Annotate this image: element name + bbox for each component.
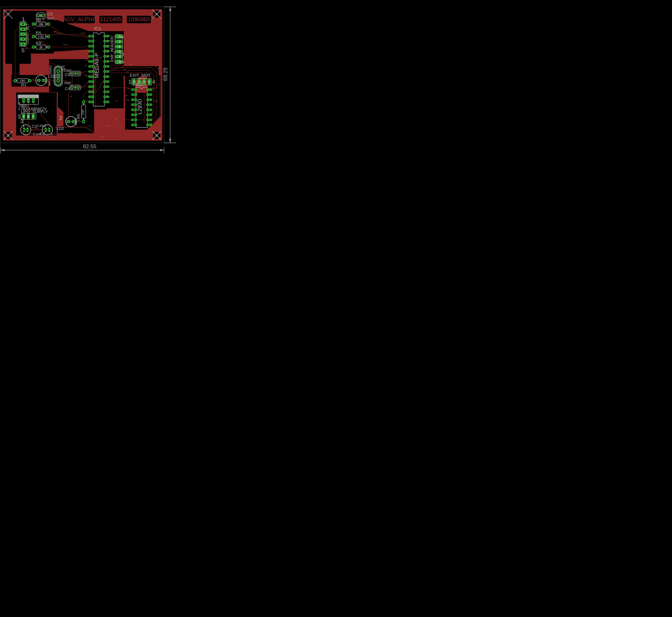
- mounting-hole-top-left: [4, 10, 13, 19]
- svg-text:1: 1: [78, 73, 78, 74]
- cny-marker-2: 2: [119, 52, 125, 55]
- net-label: GND: [33, 27, 36, 28]
- svg-text:IN: IN: [23, 99, 24, 101]
- svg-text:A: A: [38, 79, 39, 81]
- net-label: VCC: [94, 68, 96, 69]
- svg-text:4: 4: [23, 38, 23, 40]
- svg-text:3: 3: [134, 99, 135, 101]
- svg-text:25: 25: [105, 50, 107, 52]
- svg-text:6: 6: [91, 60, 92, 62]
- board-height-value: 68.25: [162, 67, 168, 81]
- net-label: INT2: [106, 125, 109, 127]
- svg-text:13: 13: [90, 96, 92, 98]
- c4-value: 20pF: [64, 81, 71, 85]
- mounting-hole-bottom-left: [4, 131, 13, 140]
- net-label: RST: [43, 18, 44, 20]
- r2-ref: R2: [36, 18, 41, 22]
- net-label: CNY2_PC2: [107, 50, 113, 51]
- svg-text:24: 24: [105, 55, 107, 57]
- svg-text:3: 3: [144, 81, 145, 83]
- c1-plus: +: [22, 124, 25, 128]
- svg-text:6: 6: [134, 114, 135, 116]
- board-number-1: 1121405: [100, 16, 122, 22]
- ic2-value: L293D: [137, 98, 143, 115]
- dimension-height: 68.25: [162, 7, 176, 143]
- svg-text:1: 1: [23, 116, 24, 117]
- c5-value: 20pF: [64, 68, 71, 72]
- net-label: MOT4: [152, 87, 155, 89]
- net-label: N$8: [78, 120, 80, 121]
- usart-marker-1: 1: [22, 16, 25, 22]
- svg-text:3: 3: [33, 116, 33, 117]
- svg-text:15: 15: [105, 101, 107, 103]
- svg-text:2: 2: [48, 36, 49, 37]
- exit-ref: EXIT_MOT: [130, 73, 151, 78]
- svg-text:11: 11: [90, 86, 92, 88]
- svg-text:5: 5: [91, 55, 92, 57]
- svg-text:16: 16: [105, 96, 107, 98]
- net-label: TXD_BLT: [80, 32, 85, 34]
- svg-text:8: 8: [91, 70, 92, 72]
- net-label: CNY5_PC5: [107, 35, 113, 36]
- exit-marker-4: 4: [152, 79, 155, 85]
- svg-text:5: 5: [23, 43, 23, 45]
- cny-marker-6: 6: [119, 36, 125, 39]
- ic2-ref: IC2: [136, 82, 143, 87]
- svg-text:14: 14: [148, 99, 150, 101]
- net-label: EN34: [155, 100, 158, 102]
- svg-text:2: 2: [48, 46, 49, 48]
- ic1-ref: IC1: [94, 26, 101, 31]
- c3-value: 10nF: [47, 17, 55, 20]
- svg-text:1: 1: [33, 46, 34, 48]
- net-label: GND: [35, 128, 38, 129]
- net-label: GND: [150, 113, 153, 115]
- r4-ref: R4: [36, 30, 41, 35]
- svg-text:1: 1: [29, 80, 30, 81]
- net-label: MOT2: [127, 99, 130, 101]
- q1-value: 16Mhz: [48, 65, 52, 75]
- arrow-down-icon: [169, 139, 171, 143]
- net-label: VCC: [58, 125, 60, 127]
- c4-ref: C4: [65, 86, 70, 91]
- svg-text:12: 12: [148, 109, 150, 111]
- svg-text:5: 5: [134, 109, 135, 111]
- svg-text:8: 8: [134, 124, 135, 126]
- svg-text:2: 2: [134, 94, 135, 96]
- svg-text:3: 3: [91, 45, 92, 47]
- net-label: GND: [25, 48, 27, 49]
- svg-text:A: A: [73, 121, 74, 123]
- net-label: EN34: [99, 57, 102, 58]
- isolation-region: [54, 32, 94, 52]
- svg-text:1: 1: [91, 35, 92, 37]
- r5-value: 220: [81, 110, 84, 115]
- title-blocks: AGV_ALPHA 1121405 1090960: [63, 16, 151, 23]
- net-label: INT4: [85, 65, 87, 66]
- svg-text:K: K: [68, 121, 69, 123]
- net-label: GND: [86, 59, 88, 61]
- net-label: GND: [28, 105, 29, 108]
- c2-plus: +: [51, 132, 53, 137]
- net-label: BLINK: [84, 100, 88, 101]
- net-label: GND: [70, 96, 72, 97]
- net-label: VS: [40, 132, 42, 134]
- svg-text:17: 17: [105, 91, 107, 93]
- arrow-left-icon: [1, 149, 5, 151]
- net-label: MOT3: [139, 77, 140, 81]
- svg-text:4: 4: [91, 50, 92, 52]
- net-label: INT4: [124, 69, 126, 70]
- svg-text:14: 14: [90, 101, 92, 103]
- svg-text:K: K: [43, 79, 44, 81]
- dimension-width: 82.55: [1, 143, 164, 154]
- svg-text:1: 1: [134, 81, 134, 83]
- ld2-ref: LD2: [56, 126, 64, 131]
- pcb-layout-image: AGV_ALPHA 1121405 1090960 C3 10nF GND RS…: [0, 0, 176, 154]
- r5-ref: R5: [76, 114, 81, 119]
- svg-text:2: 2: [72, 87, 72, 88]
- net-label: INT3: [114, 118, 117, 120]
- net-label: XTAL1: [85, 75, 88, 76]
- net-label: GND: [48, 79, 51, 80]
- svg-text:11: 11: [148, 114, 150, 116]
- pcb-canvas: AGV_ALPHA 1121405 1090960 C3 10nF GND RS…: [0, 0, 176, 154]
- net-label: GND: [121, 66, 124, 67]
- svg-text:18: 18: [105, 86, 107, 88]
